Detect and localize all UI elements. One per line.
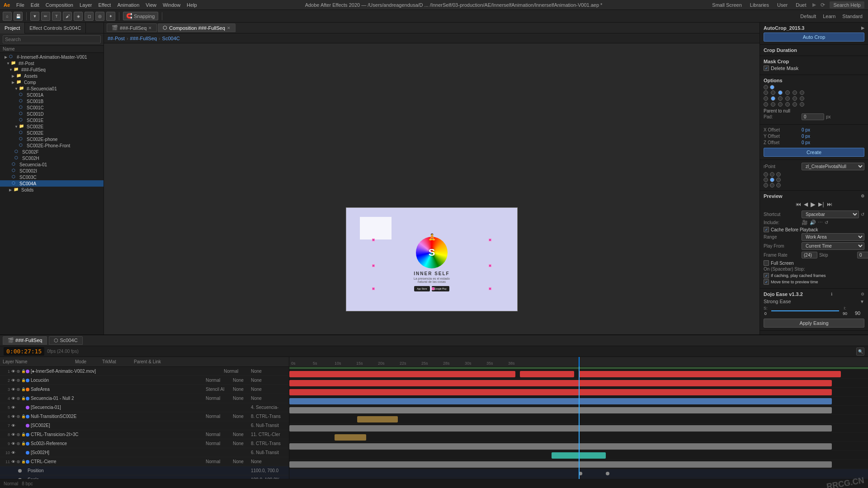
rd-18[interactable] xyxy=(800,102,804,107)
lock-icon-6[interactable]: 🔒 xyxy=(21,414,26,418)
tl-time[interactable]: 0:00:27:15 xyxy=(4,347,44,356)
menu-animation[interactable]: Animation xyxy=(117,2,139,8)
solo-icon-9[interactable]: ◎ xyxy=(17,441,21,446)
pen-tool[interactable]: ✏ xyxy=(41,12,50,21)
track-bar-4[interactable] xyxy=(289,398,832,404)
point-pos-bl[interactable] xyxy=(764,183,768,188)
layer-row-2[interactable]: 2 👁 ◎ 🔒 Locución Normal None None xyxy=(0,376,289,385)
video-icon[interactable]: 🎥 xyxy=(802,220,808,225)
anchor-bm[interactable] xyxy=(432,287,434,290)
tree-item-solids[interactable]: ▶ 📁 Solids xyxy=(0,187,104,193)
eye-icon-9[interactable]: 👁 xyxy=(11,441,17,446)
tree-item-sc003c[interactable]: ⬡ SC003C xyxy=(0,174,104,180)
layer-row-9[interactable]: 9 👁 ◎ 🔒 Sc002i-Reference Normal None 8. … xyxy=(0,439,289,448)
tree-item-assets[interactable]: ▶ 📁 Assets xyxy=(0,73,104,79)
delete-mask-cb[interactable]: ✓ xyxy=(764,66,769,71)
tree-item-sc002e-sub[interactable]: ⬡ SC002E xyxy=(0,130,104,136)
lock-icon-3[interactable]: 🔒 xyxy=(21,387,26,391)
solo-icon-3[interactable]: ◎ xyxy=(17,387,21,391)
layer-row-11[interactable]: 11 👁 ◎ 🔒 CTRL-Cierre Normal None None xyxy=(0,457,289,466)
layer-row-4[interactable]: 4 👁 ◎ 🔒 Secuencia-01 - Null 2 Normal Non… xyxy=(0,394,289,403)
search-help-btn[interactable]: Search Help xyxy=(830,1,864,9)
tree-item-secuencia01[interactable]: ▼ 📁 #-Secuencia01 xyxy=(0,85,104,92)
menu-edit[interactable]: Edit xyxy=(31,2,39,8)
eye-icon-2[interactable]: 👁 xyxy=(11,378,17,383)
tree-item-sc001c[interactable]: ⬡ SC001C xyxy=(0,104,104,111)
tree-item-sc002h[interactable]: ⬡ SC002H xyxy=(0,155,104,161)
eraser-tool[interactable]: ◻ xyxy=(85,12,94,21)
rd-15[interactable] xyxy=(778,102,783,107)
tab-effect-controls[interactable]: Effect Controls Sc004C xyxy=(25,23,86,33)
rd-9[interactable] xyxy=(778,96,783,101)
tree-item-sc002e-phone[interactable]: ⬡ SC002E-phone xyxy=(0,136,104,142)
eye-icon-1[interactable]: 👁 xyxy=(11,369,17,374)
track-bar-6[interactable] xyxy=(357,416,398,422)
rd-14[interactable] xyxy=(771,102,775,107)
layer-row-3[interactable]: 3 👁 ◎ 🔒 SafeArea Stencil Al None None xyxy=(0,385,289,394)
workspace-libraries[interactable]: Libraries xyxy=(748,2,771,8)
point-dropdown[interactable]: zl_CreatePivotalNull xyxy=(802,163,864,170)
rd-16[interactable] xyxy=(785,102,790,107)
easing-settings-icon[interactable]: ⚙ xyxy=(861,292,864,296)
track-bar-2[interactable] xyxy=(289,380,832,386)
fullscreen-cb[interactable] xyxy=(764,260,769,266)
eye-icon-8[interactable]: 👁 xyxy=(11,432,17,437)
roto-tool[interactable]: ◎ xyxy=(95,12,104,21)
radio-dot-2[interactable] xyxy=(770,85,774,89)
anchor-ml[interactable] xyxy=(372,264,375,267)
menu-composition[interactable]: Composition xyxy=(46,2,73,8)
eye-icon-7[interactable]: 👁 xyxy=(11,423,17,428)
track-bar-1[interactable] xyxy=(289,371,515,377)
clone-tool[interactable]: ◈ xyxy=(74,12,83,21)
auto-crop-btn[interactable]: Auto Crop xyxy=(764,33,864,42)
prev-frame-icon[interactable]: ⏮ xyxy=(796,201,801,207)
easing-info-icon[interactable]: ℹ xyxy=(831,292,832,296)
menu-file[interactable]: File xyxy=(16,2,24,8)
workspace-small-screen[interactable]: Small Screen xyxy=(710,2,743,8)
breadcrumb-fullseq[interactable]: ###-FullSeq xyxy=(130,36,157,41)
menu-layer[interactable]: Layer xyxy=(80,2,92,8)
rd-12[interactable] xyxy=(800,96,804,101)
apply-easing-btn[interactable]: Apply Easing xyxy=(764,319,864,328)
tree-item-sc001b[interactable]: ⬡ SC001B xyxy=(0,98,104,104)
step-back-icon[interactable]: ◀ xyxy=(804,201,808,207)
create-btn[interactable]: Create xyxy=(764,148,864,157)
solo-icon-6[interactable]: ◎ xyxy=(17,414,21,418)
play-from-dropdown[interactable]: Current Time xyxy=(802,242,864,250)
solo-icon-4[interactable]: ◎ xyxy=(17,396,21,400)
comp-tab-fullseq[interactable]: 🎬 ###-FullSeq ✕ xyxy=(107,23,157,32)
eye-icon-11[interactable]: 👁 xyxy=(11,460,17,464)
rd-3[interactable] xyxy=(778,90,783,95)
tree-item-sc002f[interactable]: ⬡ SC002F xyxy=(0,149,104,155)
point-pos-mc[interactable] xyxy=(770,178,774,182)
track-bar-3[interactable] xyxy=(289,389,832,395)
tree-item-sc002e-phonefront[interactable]: ⬡ SC002E-Phone-Front xyxy=(0,142,104,149)
menu-help[interactable]: Help xyxy=(187,2,197,8)
solo-icon-8[interactable]: ◎ xyxy=(17,432,21,436)
step-fwd-icon[interactable]: ▶| xyxy=(818,201,824,207)
lock-icon-8[interactable]: 🔒 xyxy=(21,432,26,436)
lock-icon-1[interactable]: 🔒 xyxy=(21,369,26,373)
anchor-tl[interactable] xyxy=(372,239,375,241)
track-bar-11[interactable] xyxy=(289,461,832,468)
text-tool[interactable]: T xyxy=(52,12,61,21)
ws-standard[interactable]: Standard xyxy=(840,13,865,20)
close-tab-fullseq[interactable]: ✕ xyxy=(148,26,152,30)
track-bar-1b[interactable] xyxy=(520,371,574,377)
solo-icon-11[interactable]: ◎ xyxy=(17,460,21,464)
ws-default[interactable]: Default xyxy=(797,13,819,20)
project-search-input[interactable] xyxy=(3,35,101,43)
track-bar-9[interactable] xyxy=(289,443,832,450)
save-btn[interactable]: 💾 xyxy=(14,12,23,21)
menu-window[interactable]: Window xyxy=(163,2,180,8)
keyframe-pos2[interactable] xyxy=(606,472,609,475)
anchor-mr[interactable] xyxy=(489,264,491,267)
point-pos-mr[interactable] xyxy=(776,178,781,182)
rd-5[interactable] xyxy=(793,90,797,95)
comp-tab-main[interactable]: ⬡ Composition ###-FullSeq ✕ xyxy=(158,23,236,32)
anchor-bl[interactable] xyxy=(372,287,375,290)
shortcut-dropdown[interactable]: Spacebar xyxy=(802,211,859,218)
preset-dropdown-arrow[interactable]: ▼ xyxy=(860,299,864,304)
solo-icon-1[interactable]: ◎ xyxy=(17,369,21,373)
anchor-tr[interactable] xyxy=(489,239,491,241)
